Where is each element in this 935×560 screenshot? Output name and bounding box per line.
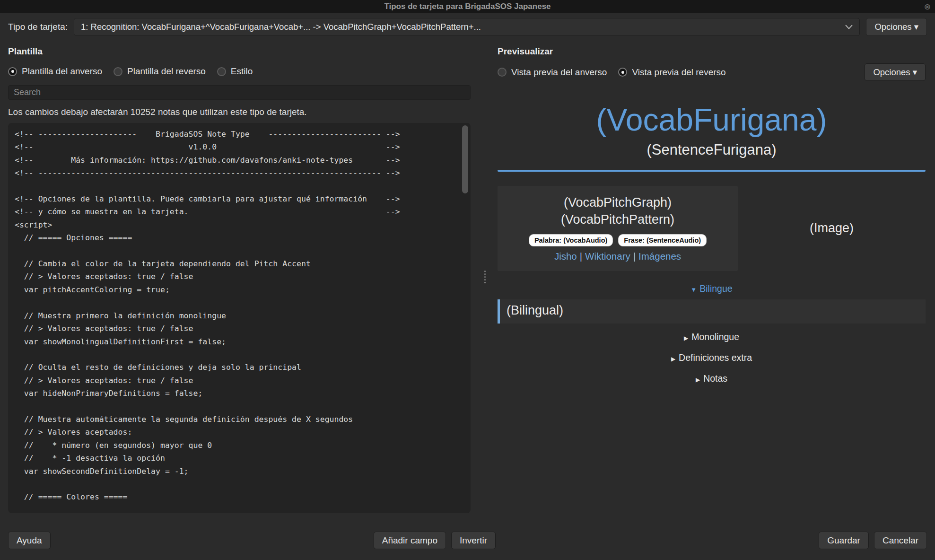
monolingue-section-toggle[interactable]: ▶Monolingue bbox=[498, 330, 926, 344]
notes-affected-text: Los cambios debajo afectarán 10252 notas… bbox=[8, 107, 479, 117]
extra-definitions-toggle-label: Definiciones extra bbox=[679, 352, 752, 363]
sentence-audio-badge[interactable]: Frase: (SentenceAudio) bbox=[618, 234, 707, 246]
radio-front-template[interactable]: Plantilla del anverso bbox=[8, 66, 102, 77]
vocab-audio-badge[interactable]: Palabra: (VocabAudio) bbox=[529, 234, 613, 246]
radio-button-icon bbox=[114, 67, 122, 76]
footer-bar: Ayuda Añadir campo Invertir Guardar Canc… bbox=[0, 513, 935, 560]
radio-label: Plantilla del anverso bbox=[22, 66, 102, 77]
editor-scrollbar-thumb[interactable] bbox=[462, 125, 468, 193]
link-separator: | bbox=[577, 251, 585, 262]
radio-back-preview[interactable]: Vista previa del reverso bbox=[618, 67, 725, 78]
radio-styling[interactable]: Estilo bbox=[217, 66, 253, 77]
preview-panel: Previsualizar Vista previa del anverso V… bbox=[491, 41, 935, 513]
preview-info-row: (VocabPitchGraph) (VocabPitchPattern) Pa… bbox=[498, 186, 926, 271]
preview-header: Vista previa del anverso Vista previa de… bbox=[498, 63, 926, 81]
jisho-link[interactable]: Jisho bbox=[554, 251, 577, 262]
card-type-row: Tipo de tarjeta: 1: Recognition: VocabFu… bbox=[0, 13, 935, 41]
cancel-button[interactable]: Cancelar bbox=[874, 532, 927, 549]
bilingual-definition-text: (Bilingual) bbox=[507, 303, 563, 317]
triangle-right-icon: ▶ bbox=[684, 335, 688, 341]
main-area: Plantilla Plantilla del anverso Plantill… bbox=[0, 41, 935, 513]
notes-section-toggle[interactable]: ▶Notas bbox=[498, 371, 926, 386]
radio-button-icon bbox=[498, 68, 507, 77]
splitter-grip-icon bbox=[484, 271, 486, 283]
preview-pitch-box: (VocabPitchGraph) (VocabPitchPattern) Pa… bbox=[498, 186, 738, 271]
bilingue-toggle-label: Bilingue bbox=[699, 283, 732, 294]
add-field-button[interactable]: Añadir campo bbox=[374, 532, 446, 549]
save-button[interactable]: Guardar bbox=[819, 532, 869, 549]
preview-audio-badges: Palabra: (VocabAudio) Frase: (SentenceAu… bbox=[502, 234, 733, 246]
card-preview: (VocabFurigana) (SentenceFurigana) (Voca… bbox=[498, 86, 926, 513]
template-section-title: Plantilla bbox=[8, 46, 479, 57]
bilingue-section-toggle[interactable]: ▼Bilingue bbox=[498, 283, 926, 294]
window-title: Tipos de tarjeta para BrigadaSOS Japanes… bbox=[384, 2, 551, 11]
preview-divider-line bbox=[498, 170, 926, 172]
preview-image-area: (Image) bbox=[738, 186, 926, 271]
preview-dictionary-links: Jisho|Wiktionary|Imágenes bbox=[502, 251, 733, 262]
card-type-options-button[interactable]: Opciones ▾ bbox=[866, 18, 927, 36]
template-code-editor[interactable]: <!-- --------------------- BrigadaSOS No… bbox=[8, 123, 471, 513]
extra-definitions-section-toggle[interactable]: ▶Definiciones extra bbox=[498, 350, 926, 365]
card-type-selected-value: 1: Recognition: VocabFurigana+^VocabFuri… bbox=[81, 22, 481, 32]
radio-button-icon bbox=[217, 67, 226, 76]
card-type-select[interactable]: 1: Recognition: VocabFurigana+^VocabFuri… bbox=[74, 18, 860, 36]
invert-button[interactable]: Invertir bbox=[451, 532, 496, 549]
monolingue-toggle-label: Monolingue bbox=[691, 332, 739, 342]
radio-front-preview[interactable]: Vista previa del anverso bbox=[498, 67, 607, 78]
wiktionary-link[interactable]: Wiktionary bbox=[585, 251, 630, 262]
triangle-down-icon: ▼ bbox=[690, 286, 697, 293]
close-icon[interactable]: ⊗ bbox=[924, 3, 931, 11]
preview-image-placeholder: (Image) bbox=[810, 221, 854, 236]
triangle-right-icon: ▶ bbox=[696, 376, 700, 383]
preview-pitch-pattern: (VocabPitchPattern) bbox=[502, 211, 733, 228]
preview-options-button[interactable]: Opciones ▾ bbox=[865, 63, 926, 81]
preview-vocab-furigana: (VocabFurigana) bbox=[498, 102, 926, 138]
template-panel: Plantilla Plantilla del anverso Plantill… bbox=[0, 41, 479, 513]
radio-label: Estilo bbox=[231, 66, 253, 77]
template-code-content[interactable]: <!-- --------------------- BrigadaSOS No… bbox=[8, 123, 471, 513]
radio-back-template[interactable]: Plantilla del reverso bbox=[114, 66, 206, 77]
radio-label: Vista previa del reverso bbox=[632, 67, 725, 78]
radio-label: Plantilla del reverso bbox=[127, 66, 206, 77]
card-type-label: Tipo de tarjeta: bbox=[8, 22, 68, 32]
preview-section-title: Previsualizar bbox=[498, 46, 926, 57]
bilingual-definition-block: (Bilingual) bbox=[498, 299, 926, 324]
card-types-window: Tipos de tarjeta para BrigadaSOS Japanes… bbox=[0, 0, 935, 560]
triangle-right-icon: ▶ bbox=[671, 356, 675, 362]
link-separator: | bbox=[630, 251, 638, 262]
titlebar: Tipos de tarjeta para BrigadaSOS Japanes… bbox=[0, 0, 935, 13]
preview-sentence-furigana: (SentenceFurigana) bbox=[498, 141, 926, 158]
radio-button-icon bbox=[8, 67, 17, 76]
notes-toggle-label: Notas bbox=[703, 373, 727, 384]
preview-radio-group: Vista previa del anverso Vista previa de… bbox=[498, 67, 726, 78]
search-input[interactable] bbox=[8, 85, 471, 100]
images-link[interactable]: Imágenes bbox=[638, 251, 681, 262]
help-button[interactable]: Ayuda bbox=[8, 532, 51, 549]
radio-button-icon bbox=[618, 68, 627, 77]
template-radio-group: Plantilla del anverso Plantilla del reve… bbox=[8, 66, 479, 77]
preview-pitch-graph: (VocabPitchGraph) bbox=[502, 194, 733, 211]
radio-label: Vista previa del anverso bbox=[511, 67, 607, 78]
chevron-down-icon bbox=[840, 25, 853, 29]
panel-splitter[interactable] bbox=[479, 41, 491, 513]
